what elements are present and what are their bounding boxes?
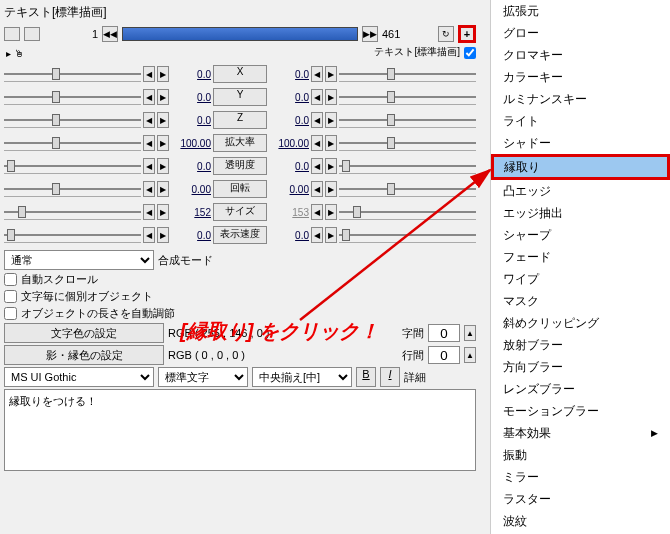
spin-left-down-5[interactable]: ◀ [143,181,155,197]
char-spacing-up[interactable]: ▲ [464,325,476,341]
spin-right-up-2[interactable]: ▶ [325,112,337,128]
slider-left-5[interactable] [4,181,141,197]
char-spacing-input[interactable] [428,324,460,342]
menu-item-23[interactable]: 波紋 [491,510,670,532]
font-name-select[interactable]: MS UI Gothic [4,367,154,387]
value-left-4[interactable]: 0.0 [171,161,211,172]
menu-item-14[interactable]: 斜めクリッピング [491,312,670,334]
spin-left-down-4[interactable]: ◀ [143,158,155,174]
spin-left-up-4[interactable]: ▶ [157,158,169,174]
spin-left-down-7[interactable]: ◀ [143,227,155,243]
bold-button[interactable]: B [356,367,376,387]
slider-right-7[interactable] [339,227,476,243]
slider-left-6[interactable] [4,204,141,220]
spin-left-up-2[interactable]: ▶ [157,112,169,128]
auto-scroll-checkbox[interactable] [4,273,17,286]
menu-item-2[interactable]: クロマキー [491,44,670,66]
value-left-3[interactable]: 100.00 [171,138,211,149]
param-button-1[interactable]: Y [213,88,267,106]
param-button-4[interactable]: 透明度 [213,157,267,175]
value-right-4[interactable]: 0.0 [269,161,309,172]
slider-left-7[interactable] [4,227,141,243]
menu-item-21[interactable]: ミラー [491,466,670,488]
spin-right-up-1[interactable]: ▶ [325,89,337,105]
slider-right-4[interactable] [339,158,476,174]
value-left-7[interactable]: 0.0 [171,230,211,241]
menu-item-19[interactable]: 基本効果▶ [491,422,670,444]
spin-right-down-6[interactable]: ◀ [311,204,323,220]
param-button-2[interactable]: Z [213,111,267,129]
menu-item-3[interactable]: カラーキー [491,66,670,88]
spin-left-down-3[interactable]: ◀ [143,135,155,151]
value-right-7[interactable]: 0.0 [269,230,309,241]
spin-left-down-0[interactable]: ◀ [143,66,155,82]
align-select[interactable]: 中央揃え[中] [252,367,352,387]
value-left-2[interactable]: 0.0 [171,115,211,126]
param-button-3[interactable]: 拡大率 [213,134,267,152]
line-spacing-up[interactable]: ▲ [464,347,476,363]
cut-icon[interactable] [4,27,20,41]
param-button-6[interactable]: サイズ [213,203,267,221]
spin-right-up-5[interactable]: ▶ [325,181,337,197]
param-button-0[interactable]: X [213,65,267,83]
spin-left-up-3[interactable]: ▶ [157,135,169,151]
value-right-5[interactable]: 0.00 [269,184,309,195]
menu-item-9[interactable]: エッジ抽出 [491,202,670,224]
italic-button[interactable]: I [380,367,400,387]
menu-item-10[interactable]: シャープ [491,224,670,246]
menu-item-7[interactable]: 縁取り [491,154,670,180]
menu-item-20[interactable]: 振動 [491,444,670,466]
param-button-5[interactable]: 回転 [213,180,267,198]
forward-button[interactable]: ▶▶ [362,26,378,42]
loop-icon[interactable]: ↻ [438,26,454,42]
spin-right-down-3[interactable]: ◀ [311,135,323,151]
slider-right-3[interactable] [339,135,476,151]
menu-item-15[interactable]: 放射ブラー [491,334,670,356]
spin-right-down-4[interactable]: ◀ [311,158,323,174]
menu-item-0[interactable]: 拡張元 [491,0,670,22]
value-left-5[interactable]: 0.00 [171,184,211,195]
value-right-2[interactable]: 0.0 [269,115,309,126]
spin-right-down-0[interactable]: ◀ [311,66,323,82]
spin-right-up-7[interactable]: ▶ [325,227,337,243]
spin-right-up-6[interactable]: ▶ [325,204,337,220]
slider-left-0[interactable] [4,66,141,82]
slider-right-6[interactable] [339,204,476,220]
value-left-6[interactable]: 152 [171,207,211,218]
slider-left-3[interactable] [4,135,141,151]
spin-right-down-5[interactable]: ◀ [311,181,323,197]
spin-left-up-6[interactable]: ▶ [157,204,169,220]
value-right-6[interactable]: 153 [269,207,309,218]
menu-item-12[interactable]: ワイプ [491,268,670,290]
text-color-button[interactable]: 文字色の設定 [4,323,164,343]
menu-item-11[interactable]: フェード [491,246,670,268]
slider-left-1[interactable] [4,89,141,105]
param-button-7[interactable]: 表示速度 [213,226,267,244]
spin-right-up-0[interactable]: ▶ [325,66,337,82]
spin-right-down-1[interactable]: ◀ [311,89,323,105]
paste-icon[interactable] [24,27,40,41]
spin-left-down-2[interactable]: ◀ [143,112,155,128]
spin-right-down-2[interactable]: ◀ [311,112,323,128]
spin-right-down-7[interactable]: ◀ [311,227,323,243]
enable-checkbox[interactable] [464,47,476,59]
timeline-bar[interactable] [122,27,358,41]
rewind-button[interactable]: ◀◀ [102,26,118,42]
spin-left-up-1[interactable]: ▶ [157,89,169,105]
spin-right-up-3[interactable]: ▶ [325,135,337,151]
menu-item-8[interactable]: 凸エッジ [491,180,670,202]
slider-right-2[interactable] [339,112,476,128]
spin-right-up-4[interactable]: ▶ [325,158,337,174]
menu-item-4[interactable]: ルミナンスキー [491,88,670,110]
spin-left-up-5[interactable]: ▶ [157,181,169,197]
spin-left-up-0[interactable]: ▶ [157,66,169,82]
slider-right-0[interactable] [339,66,476,82]
menu-item-22[interactable]: ラスター [491,488,670,510]
blend-mode-select[interactable]: 通常 [4,250,154,270]
line-spacing-input[interactable] [428,346,460,364]
value-right-3[interactable]: 100.00 [269,138,309,149]
value-right-1[interactable]: 0.0 [269,92,309,103]
spin-left-down-1[interactable]: ◀ [143,89,155,105]
add-filter-button[interactable]: + [458,25,476,43]
slider-right-1[interactable] [339,89,476,105]
